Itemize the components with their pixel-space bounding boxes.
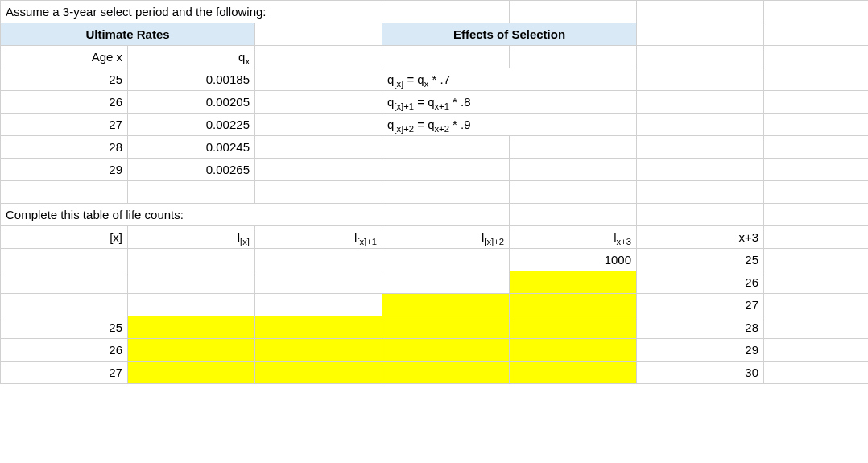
lx-cell[interactable] [128,294,255,316]
xp3-cell[interactable]: 26 [637,271,764,294]
x-cell[interactable]: 27 [1,362,128,384]
lx1-cell[interactable] [255,339,382,362]
lx-cell[interactable] [128,362,255,384]
qx-cell[interactable]: 0.00225 [128,114,255,136]
lx-cell[interactable] [128,339,255,362]
col-lx: l[x] [128,226,255,249]
effects-header: Effects of Selection [382,23,637,46]
xp3-cell[interactable]: 29 [637,339,764,362]
lx3-cell[interactable] [510,339,637,362]
ultimate-rates-header: Ultimate Rates [1,23,255,46]
x-cell[interactable] [1,271,128,294]
lx1-cell[interactable] [255,362,382,384]
qx-label: qx [128,46,255,68]
effects-formula: q[x]+2 = qx+2 * .9 [382,114,637,136]
complete-table-label: Complete this table of life counts: [1,204,382,226]
lx-cell[interactable] [128,249,255,271]
lx2-cell[interactable] [382,271,510,294]
col-x: [x] [1,226,128,249]
lx-cell[interactable] [128,316,255,339]
spreadsheet-grid: Assume a 3-year select period and the fo… [0,0,868,384]
qx-cell[interactable]: 0.00185 [128,68,255,91]
lx1-cell[interactable] [255,249,382,271]
xp3-cell[interactable]: 25 [637,249,764,271]
qx-cell[interactable]: 0.00205 [128,91,255,114]
effects-formula: q[x] = qx * .7 [382,68,637,91]
x-cell[interactable] [1,294,128,316]
lx1-cell[interactable] [255,294,382,316]
col-lx2: l[x]+2 [382,226,510,249]
xp3-cell[interactable]: 27 [637,294,764,316]
page-title: Assume a 3-year select period and the fo… [1,1,382,23]
lx3-cell[interactable] [510,294,637,316]
lx2-cell[interactable] [382,339,510,362]
qx-cell[interactable]: 0.00245 [128,136,255,159]
x-cell[interactable] [1,249,128,271]
xp3-cell[interactable]: 30 [637,362,764,384]
x-cell[interactable]: 25 [1,316,128,339]
age-cell[interactable]: 27 [1,114,128,136]
lx1-cell[interactable] [255,271,382,294]
age-cell[interactable]: 25 [1,68,128,91]
lx2-cell[interactable] [382,362,510,384]
age-cell[interactable]: 26 [1,91,128,114]
x-cell[interactable]: 26 [1,339,128,362]
qx-cell[interactable]: 0.00265 [128,159,255,181]
age-x-label: Age x [1,46,128,68]
lx2-cell[interactable] [382,294,510,316]
lx2-cell[interactable] [382,249,510,271]
age-cell[interactable]: 28 [1,136,128,159]
xp3-cell[interactable]: 28 [637,316,764,339]
lx1-cell[interactable] [255,316,382,339]
lx-cell[interactable] [128,271,255,294]
lx3-cell[interactable]: 1000 [510,249,637,271]
age-cell[interactable]: 29 [1,159,128,181]
effects-formula: q[x]+1 = qx+1 * .8 [382,91,637,114]
col-lx1: l[x]+1 [255,226,382,249]
lx3-cell[interactable] [510,316,637,339]
lx2-cell[interactable] [382,316,510,339]
lx3-cell[interactable] [510,362,637,384]
col-xp3: x+3 [637,226,764,249]
lx3-cell[interactable] [510,271,637,294]
col-lx3: lx+3 [510,226,637,249]
